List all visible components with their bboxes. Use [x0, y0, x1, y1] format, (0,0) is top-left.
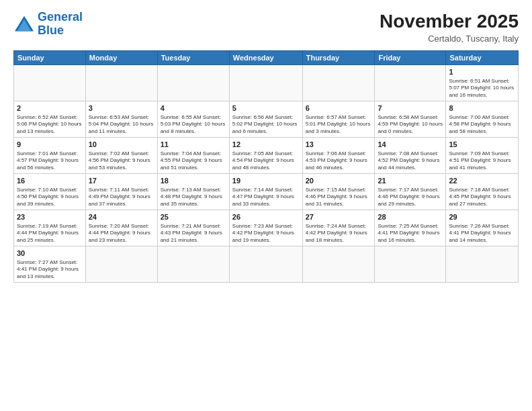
day-number: 6 — [306, 103, 372, 113]
day-info: Sunrise: 7:02 AM Sunset: 4:56 PM Dayligh… — [89, 150, 154, 171]
day-cell: 20Sunrise: 7:15 AM Sunset: 4:46 PM Dayli… — [302, 174, 375, 210]
day-number: 16 — [17, 176, 83, 186]
day-number: 14 — [378, 140, 443, 150]
day-info: Sunrise: 7:13 AM Sunset: 4:48 PM Dayligh… — [161, 187, 226, 208]
day-number: 4 — [161, 103, 226, 113]
day-info: Sunrise: 7:06 AM Sunset: 4:53 PM Dayligh… — [306, 150, 372, 171]
day-info: Sunrise: 7:25 AM Sunset: 4:41 PM Dayligh… — [378, 223, 443, 244]
day-info: Sunrise: 7:08 AM Sunset: 4:52 PM Dayligh… — [378, 150, 443, 171]
day-cell — [302, 65, 375, 101]
day-number: 24 — [89, 212, 154, 222]
day-cell: 30Sunrise: 7:27 AM Sunset: 4:41 PM Dayli… — [14, 246, 86, 283]
page: General Blue November 2025 Certaldo, Tus… — [0, 0, 532, 411]
day-cell: 12Sunrise: 7:05 AM Sunset: 4:54 PM Dayli… — [229, 138, 302, 174]
week-row-5: 30Sunrise: 7:27 AM Sunset: 4:41 PM Dayli… — [14, 246, 519, 283]
day-number: 26 — [232, 212, 300, 222]
day-info: Sunrise: 6:58 AM Sunset: 4:59 PM Dayligh… — [378, 114, 443, 135]
title-block: November 2025 Certaldo, Tuscany, Italy — [380, 11, 519, 44]
day-number: 17 — [89, 176, 154, 186]
day-number: 7 — [378, 103, 443, 113]
calendar: Sunday Monday Tuesday Wednesday Thursday… — [13, 50, 519, 283]
day-number: 29 — [449, 212, 515, 222]
day-cell: 10Sunrise: 7:02 AM Sunset: 4:56 PM Dayli… — [85, 138, 157, 174]
day-info: Sunrise: 7:15 AM Sunset: 4:46 PM Dayligh… — [306, 187, 372, 208]
day-info: Sunrise: 7:23 AM Sunset: 4:42 PM Dayligh… — [232, 223, 300, 244]
day-number: 15 — [449, 140, 515, 150]
day-cell — [85, 246, 157, 283]
day-info: Sunrise: 7:19 AM Sunset: 4:44 PM Dayligh… — [17, 223, 83, 244]
week-row-4: 23Sunrise: 7:19 AM Sunset: 4:44 PM Dayli… — [14, 210, 519, 246]
day-cell — [85, 65, 157, 101]
day-number: 23 — [17, 212, 83, 222]
day-number: 9 — [17, 140, 83, 150]
day-number: 20 — [306, 176, 372, 186]
day-cell — [375, 65, 446, 101]
day-info: Sunrise: 6:57 AM Sunset: 5:01 PM Dayligh… — [306, 114, 372, 135]
day-cell: 17Sunrise: 7:11 AM Sunset: 4:49 PM Dayli… — [85, 174, 157, 210]
day-info: Sunrise: 7:20 AM Sunset: 4:44 PM Dayligh… — [89, 223, 154, 244]
day-cell: 19Sunrise: 7:14 AM Sunset: 4:47 PM Dayli… — [229, 174, 302, 210]
day-number: 8 — [449, 103, 515, 113]
weekday-header-row: Sunday Monday Tuesday Wednesday Thursday… — [14, 51, 519, 65]
day-info: Sunrise: 6:52 AM Sunset: 5:06 PM Dayligh… — [17, 114, 83, 135]
day-number: 22 — [449, 176, 515, 186]
day-cell: 3Sunrise: 6:53 AM Sunset: 5:04 PM Daylig… — [85, 101, 157, 138]
day-cell: 21Sunrise: 7:17 AM Sunset: 4:46 PM Dayli… — [375, 174, 446, 210]
day-info: Sunrise: 7:26 AM Sunset: 4:41 PM Dayligh… — [449, 223, 515, 244]
header-sunday: Sunday — [14, 51, 86, 65]
day-info: Sunrise: 7:17 AM Sunset: 4:46 PM Dayligh… — [378, 187, 443, 208]
day-number: 3 — [89, 103, 154, 113]
day-number: 11 — [161, 140, 226, 150]
day-number: 27 — [306, 212, 372, 222]
day-number: 10 — [89, 140, 154, 150]
day-info: Sunrise: 6:53 AM Sunset: 5:04 PM Dayligh… — [89, 114, 154, 135]
day-cell — [157, 246, 229, 283]
logo-general: General — [38, 10, 83, 24]
day-info: Sunrise: 7:18 AM Sunset: 4:45 PM Dayligh… — [449, 187, 515, 208]
day-cell: 25Sunrise: 7:21 AM Sunset: 4:43 PM Dayli… — [157, 210, 229, 246]
day-cell: 23Sunrise: 7:19 AM Sunset: 4:44 PM Dayli… — [14, 210, 86, 246]
week-row-1: 2Sunrise: 6:52 AM Sunset: 5:06 PM Daylig… — [14, 101, 519, 138]
header-thursday: Thursday — [302, 51, 375, 65]
day-cell: 18Sunrise: 7:13 AM Sunset: 4:48 PM Dayli… — [157, 174, 229, 210]
logo-text: General Blue — [38, 11, 83, 38]
logo-icon — [13, 15, 35, 34]
calendar-body: 1Sunrise: 6:51 AM Sunset: 5:07 PM Daylig… — [14, 65, 519, 283]
day-info: Sunrise: 7:04 AM Sunset: 4:55 PM Dayligh… — [161, 150, 226, 171]
day-info: Sunrise: 7:24 AM Sunset: 4:42 PM Dayligh… — [306, 223, 372, 244]
day-cell — [14, 65, 86, 101]
header-monday: Monday — [85, 51, 157, 65]
day-number: 2 — [17, 103, 83, 113]
header-wednesday: Wednesday — [229, 51, 302, 65]
day-cell: 22Sunrise: 7:18 AM Sunset: 4:45 PM Dayli… — [446, 174, 519, 210]
week-row-3: 16Sunrise: 7:10 AM Sunset: 4:50 PM Dayli… — [14, 174, 519, 210]
day-number: 19 — [232, 176, 300, 186]
day-cell: 13Sunrise: 7:06 AM Sunset: 4:53 PM Dayli… — [302, 138, 375, 174]
week-row-0: 1Sunrise: 6:51 AM Sunset: 5:07 PM Daylig… — [14, 65, 519, 101]
header-saturday: Saturday — [446, 51, 519, 65]
day-cell: 26Sunrise: 7:23 AM Sunset: 4:42 PM Dayli… — [229, 210, 302, 246]
day-cell: 8Sunrise: 7:00 AM Sunset: 4:58 PM Daylig… — [446, 101, 519, 138]
day-number: 5 — [232, 103, 300, 113]
day-number: 28 — [378, 212, 443, 222]
day-number: 12 — [232, 140, 300, 150]
day-number: 18 — [161, 176, 226, 186]
day-cell: 27Sunrise: 7:24 AM Sunset: 4:42 PM Dayli… — [302, 210, 375, 246]
day-cell: 11Sunrise: 7:04 AM Sunset: 4:55 PM Dayli… — [157, 138, 229, 174]
day-info: Sunrise: 7:10 AM Sunset: 4:50 PM Dayligh… — [17, 187, 83, 208]
day-cell: 4Sunrise: 6:55 AM Sunset: 5:03 PM Daylig… — [157, 101, 229, 138]
day-cell: 1Sunrise: 6:51 AM Sunset: 5:07 PM Daylig… — [446, 65, 519, 101]
day-cell: 14Sunrise: 7:08 AM Sunset: 4:52 PM Dayli… — [375, 138, 446, 174]
day-cell — [375, 246, 446, 283]
day-number: 21 — [378, 176, 443, 186]
header-friday: Friday — [375, 51, 446, 65]
day-cell: 5Sunrise: 6:56 AM Sunset: 5:02 PM Daylig… — [229, 101, 302, 138]
logo: General Blue — [13, 11, 83, 38]
day-cell: 2Sunrise: 6:52 AM Sunset: 5:06 PM Daylig… — [14, 101, 86, 138]
month-year: November 2025 — [380, 11, 519, 32]
header: General Blue November 2025 Certaldo, Tus… — [13, 11, 519, 44]
day-info: Sunrise: 7:11 AM Sunset: 4:49 PM Dayligh… — [89, 187, 154, 208]
day-number: 13 — [306, 140, 372, 150]
day-cell: 24Sunrise: 7:20 AM Sunset: 4:44 PM Dayli… — [85, 210, 157, 246]
day-info: Sunrise: 7:00 AM Sunset: 4:58 PM Dayligh… — [449, 114, 515, 135]
